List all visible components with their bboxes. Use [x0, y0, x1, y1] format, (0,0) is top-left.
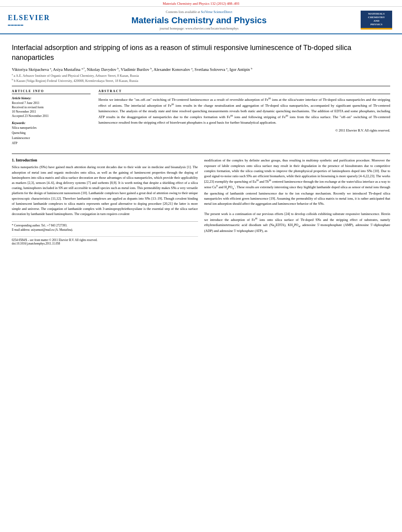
affiliation-b-text: b Kazan (Volga Region) Federal Universit…: [14, 79, 138, 83]
history-label: Article history:: [12, 96, 91, 100]
authors-text: Viktoriya Skripacheva a, Asiya Mustafina…: [12, 67, 252, 72]
keywords-group: Keywords: Silica nanoparticles Quenching…: [12, 121, 91, 146]
journal-title-center: Contents lists available at SciVerse Sci…: [39, 10, 359, 30]
abstract-text: Herein we introduce the "on–off–on" swit…: [98, 96, 390, 126]
bottom-bar: 0254-0584/$ – see front matter © 2011 El…: [12, 236, 198, 245]
section1-heading: 1. Introduction: [12, 158, 198, 162]
elsevier-logo: ELSEVIER ▬▬▬▬▬: [8, 14, 39, 26]
keyword-1: Silica nanoparticles: [12, 126, 91, 131]
abstract-label: ABSTRACT: [98, 89, 390, 94]
section-divider: [12, 86, 390, 86]
revised-date: Received in revised form10 November 2011: [12, 105, 91, 114]
homepage-text: journal homepage: www.elsevier.com/locat…: [159, 26, 239, 30]
elsevier-sub-text: ▬▬▬▬▬: [8, 23, 24, 26]
section1-number: 1.: [12, 158, 15, 162]
article-history-group: Article history: Received 7 June 2011 Re…: [12, 96, 91, 119]
keyword-3: Luminescence: [12, 136, 91, 141]
elsevier-wordmark: ELSEVIER: [8, 14, 39, 22]
article-info-section: ARTICLE INFO Article history: Received 7…: [12, 89, 91, 146]
keyword-2: Quenching: [12, 131, 91, 136]
journal-logo-box: MATERIALSCHEMISTRYANDPHYSICS: [361, 11, 392, 28]
keywords-label: Keywords:: [12, 121, 91, 125]
contents-line: Contents lists available at SciVerse Sci…: [39, 10, 359, 14]
article-title: Interfacial adsorption and stripping of …: [12, 43, 390, 63]
footnote-email-text: E-mail address: asiyamust@mail.ru (A. Mu…: [12, 228, 198, 232]
body-left-text: Silica nanoparticles (SNs) have gained m…: [12, 165, 198, 217]
body-left-column: 1. Introduction Silica nanoparticles (SN…: [12, 158, 198, 245]
main-content: Interfacial adsorption and stripping of …: [0, 34, 402, 249]
body-right-column: modification of the complex by definite …: [204, 158, 391, 245]
section1-title: Introduction: [16, 158, 37, 162]
affiliation-a-text: a A.E. Arbuzov Institute of Organic and …: [14, 74, 139, 78]
footnote-area: * Corresponding author. Tel.: +7 843 272…: [12, 221, 198, 232]
body-columns: 1. Introduction Silica nanoparticles (SN…: [12, 158, 390, 245]
article-info-abstract-columns: ARTICLE INFO Article history: Received 7…: [12, 89, 390, 150]
footnote-star-text: * Corresponding author. Tel.: +7 843 272…: [12, 223, 198, 228]
keywords-list: Silica nanoparticles Quenching Luminesce…: [12, 126, 91, 146]
affiliation-a: a a A.E. Arbuzov Institute of Organic an…: [12, 73, 390, 78]
body-right-text: modification of the complex by definite …: [204, 158, 391, 234]
sciverse-link: SciVerse ScienceDirect: [201, 10, 232, 14]
journal-citation-bar: Materials Chemistry and Physics 132 (201…: [0, 0, 402, 7]
journal-homepage: journal homepage: www.elsevier.com/locat…: [39, 26, 359, 30]
abstract-column: ABSTRACT Herein we introduce the "on–off…: [98, 89, 390, 150]
article-info-label: ARTICLE INFO: [12, 89, 91, 94]
journal-citation-text: Materials Chemistry and Physics 132 (201…: [163, 2, 239, 6]
copyright-bottom: 0254-0584/$ – see front matter © 2011 El…: [12, 238, 198, 242]
contents-text: Contents lists available at: [166, 10, 200, 14]
authors-line: Viktoriya Skripacheva a, Asiya Mustafina…: [12, 67, 390, 72]
accepted-date: Accepted 23 November 2011: [12, 114, 91, 118]
affiliation-b: b b Kazan (Volga Region) Federal Univers…: [12, 78, 390, 83]
journal-logo-right: MATERIALSCHEMISTRYANDPHYSICS: [359, 11, 394, 30]
journal-main-title: Materials Chemistry and Physics: [39, 15, 359, 26]
journal-header: ELSEVIER ▬▬▬▬▬ Contents lists available …: [0, 7, 402, 34]
received-date: Received 7 June 2011: [12, 101, 91, 105]
copyright-text: © 2011 Elsevier B.V. All rights reserved…: [98, 128, 390, 132]
logo-accent-bar: [361, 28, 392, 30]
article-info-column: ARTICLE INFO Article history: Received 7…: [12, 89, 91, 150]
keyword-4: ATP: [12, 141, 91, 146]
body-divider: [12, 154, 390, 154]
doi-text: doi:10.1016/j.matchemphys.2011.11.058: [12, 242, 198, 245]
